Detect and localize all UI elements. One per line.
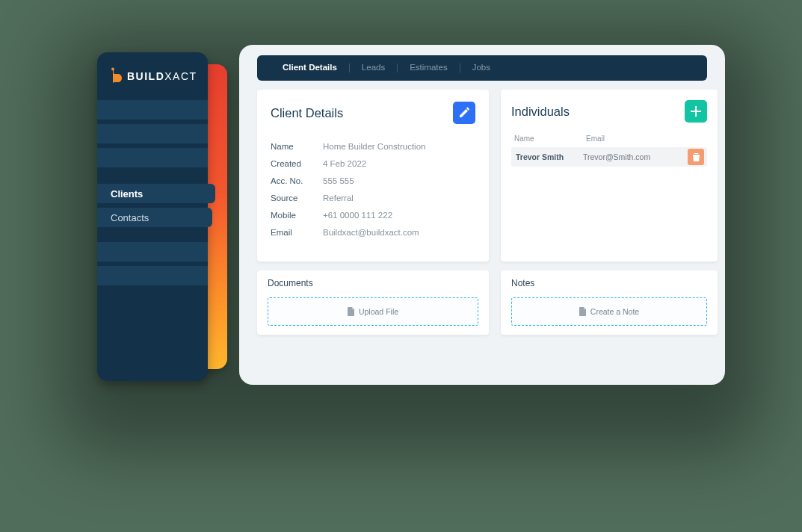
sidebar-item[interactable] bbox=[97, 242, 208, 262]
detail-value: Home Builder Construction bbox=[323, 142, 425, 151]
client-details-table: NameHome Builder Construction Created4 F… bbox=[271, 137, 475, 241]
individual-row[interactable]: Trevor Smith Trevor@Smith.com bbox=[511, 147, 707, 167]
sidebar-item-clients[interactable]: Clients bbox=[97, 184, 215, 203]
detail-label: Email bbox=[271, 228, 323, 237]
svg-point-0 bbox=[111, 68, 114, 71]
individuals-card: Individuals Name Email Trevor Smith Trev… bbox=[501, 90, 718, 262]
trash-icon bbox=[692, 152, 700, 161]
note-icon bbox=[579, 307, 587, 316]
pencil-icon bbox=[458, 107, 470, 119]
sidebar-nav: Clients Contacts bbox=[97, 100, 208, 285]
notes-title: Notes bbox=[511, 278, 707, 288]
tab-leads[interactable]: Leads bbox=[350, 64, 398, 72]
detail-label: Acc. No. bbox=[271, 176, 323, 185]
add-individual-button[interactable] bbox=[685, 100, 707, 123]
individual-email: Trevor@Smith.com bbox=[583, 152, 688, 161]
logo-icon bbox=[111, 67, 124, 85]
sidebar-item[interactable] bbox=[97, 124, 208, 143]
detail-value: +61 0000 111 222 bbox=[323, 211, 392, 220]
detail-label: Created bbox=[271, 159, 323, 168]
detail-label: Name bbox=[271, 142, 323, 151]
notes-card: Notes Create a Note bbox=[501, 270, 718, 335]
brand-light: XACT bbox=[164, 70, 197, 82]
detail-label: Mobile bbox=[271, 211, 323, 220]
detail-row: Created4 Feb 2022 bbox=[271, 155, 475, 172]
sidebar: BUILDXACT Clients Contacts bbox=[97, 52, 208, 381]
file-icon bbox=[348, 307, 355, 316]
tab-jobs[interactable]: Jobs bbox=[460, 64, 502, 72]
documents-title: Documents bbox=[268, 278, 478, 288]
documents-card: Documents Upload File bbox=[257, 270, 489, 335]
individual-name: Trevor Smith bbox=[516, 152, 583, 161]
detail-row: Mobile+61 0000 111 222 bbox=[271, 206, 475, 223]
client-details-title: Client Details bbox=[271, 106, 343, 120]
detail-value: 555 555 bbox=[323, 176, 354, 185]
app-window: Client Details Leads Estimates Jobs Clie… bbox=[97, 45, 725, 385]
plus-icon bbox=[691, 106, 701, 117]
sidebar-item[interactable] bbox=[97, 148, 208, 167]
tab-bar: Client Details Leads Estimates Jobs bbox=[257, 55, 707, 81]
sidebar-item[interactable] bbox=[97, 266, 208, 285]
sidebar-item-contacts[interactable]: Contacts bbox=[97, 208, 212, 227]
brand-bold: BUILD bbox=[127, 70, 164, 82]
detail-value: 4 Feb 2022 bbox=[323, 159, 366, 168]
tab-client-details[interactable]: Client Details bbox=[271, 64, 350, 72]
client-details-card: Client Details NameHome Builder Construc… bbox=[257, 90, 489, 262]
sidebar-item[interactable] bbox=[97, 100, 208, 120]
upload-file-label: Upload File bbox=[359, 307, 398, 316]
edit-button[interactable] bbox=[453, 102, 475, 124]
create-note-button[interactable]: Create a Note bbox=[511, 297, 707, 326]
detail-row: SourceReferral bbox=[271, 189, 475, 206]
detail-value: Buildxact@buildxact.com bbox=[323, 228, 419, 237]
brand-text: BUILDXACT bbox=[127, 70, 197, 82]
detail-row: NameHome Builder Construction bbox=[271, 137, 475, 155]
detail-value: Referral bbox=[323, 194, 354, 202]
detail-row: Acc. No.555 555 bbox=[271, 172, 475, 189]
individuals-title: Individuals bbox=[511, 105, 570, 119]
individuals-header: Name Email bbox=[511, 134, 707, 147]
delete-individual-button[interactable] bbox=[688, 149, 704, 165]
individuals-col-email: Email bbox=[586, 134, 704, 143]
detail-label: Source bbox=[271, 194, 323, 202]
tab-estimates[interactable]: Estimates bbox=[398, 64, 460, 72]
detail-row: EmailBuildxact@buildxact.com bbox=[271, 223, 475, 241]
upload-file-button[interactable]: Upload File bbox=[268, 297, 478, 326]
create-note-label: Create a Note bbox=[590, 307, 639, 316]
main-panel: Client Details Leads Estimates Jobs Clie… bbox=[239, 45, 725, 385]
individuals-col-name: Name bbox=[514, 134, 586, 143]
brand-logo: BUILDXACT bbox=[97, 64, 208, 96]
